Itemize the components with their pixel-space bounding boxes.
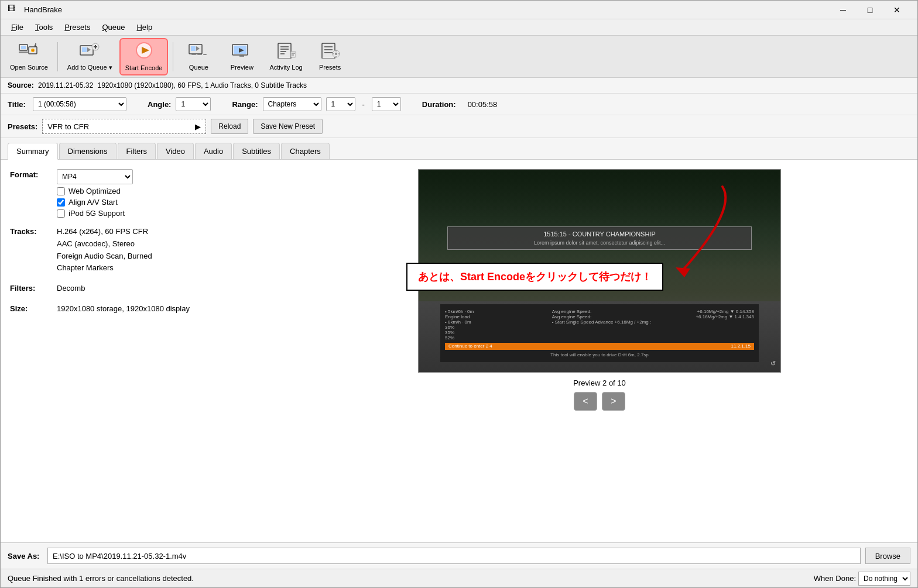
ipod-row: iPod 5G Support — [57, 209, 133, 218]
status-bar: Queue Finished with 1 errors or cancella… — [1, 569, 917, 587]
annotation-text: あとは、Start Encodeをクリックして待つだけ！ — [406, 263, 663, 291]
window-controls: ─ □ ✕ — [830, 1, 910, 19]
presets-row: Presets: VFR to CFR ▶ Reload Save New Pr… — [1, 115, 917, 138]
preview-label: Preview — [231, 64, 254, 71]
align-av-row: Align A/V Start — [57, 198, 133, 207]
chapter-start-select[interactable]: 1 — [326, 97, 355, 111]
annotation-wrapper: 1515:15 - COUNTRY CHAMPIONSHIP Lorem ips… — [418, 169, 781, 373]
toolbar-separator-1 — [57, 42, 58, 71]
preview-prev-button[interactable]: < — [574, 392, 597, 411]
web-optimized-checkbox[interactable] — [57, 187, 65, 195]
size-label: Size: — [10, 303, 57, 313]
tab-audio[interactable]: Audio — [195, 143, 232, 159]
svg-rect-21 — [203, 54, 207, 55]
add-to-queue-button[interactable]: Add to Queue ▾ — [63, 38, 117, 75]
svg-marker-18 — [196, 46, 200, 51]
preset-dropdown[interactable]: VFR to CFR ▶ — [42, 119, 206, 134]
open-source-label: Open Source — [10, 64, 48, 71]
format-select[interactable]: MP4 — [57, 169, 133, 184]
track-line-4: Chapter Markers — [57, 262, 152, 274]
track-line-1: H.264 (x264), 60 FPS CFR — [57, 226, 152, 238]
queue-icon — [188, 42, 209, 63]
save-new-preset-button[interactable]: Save New Preset — [253, 119, 323, 134]
save-as-input[interactable] — [47, 548, 861, 564]
tab-video[interactable]: Video — [157, 143, 194, 159]
close-button[interactable]: ✕ — [883, 1, 910, 19]
svg-rect-31 — [291, 51, 296, 57]
align-av-label: Align A/V Start — [68, 198, 118, 207]
tracks-value: H.264 (x264), 60 FPS CFR AAC (avcodec), … — [57, 226, 152, 274]
start-encode-label: Start Encode — [125, 64, 163, 71]
presets-icon — [320, 42, 341, 63]
filters-row: Filters: Decomb — [10, 283, 279, 295]
tab-subtitles[interactable]: Subtitles — [233, 143, 280, 159]
content-wrapper: Source: 2019.11.21-05.32 1920x1080 (1920… — [1, 78, 917, 587]
svg-marker-10 — [87, 47, 91, 52]
minimize-button[interactable]: ─ — [830, 1, 857, 19]
preview-next-button[interactable]: > — [602, 392, 625, 411]
preset-arrow-icon: ▶ — [195, 122, 201, 131]
range-type-select[interactable]: Chapters — [263, 97, 321, 111]
activity-log-button[interactable]: Activity Log — [265, 38, 307, 75]
ipod-checkbox[interactable] — [57, 209, 65, 218]
presets-toolbar-button[interactable]: Presets — [310, 38, 351, 75]
menu-queue[interactable]: Queue — [96, 20, 131, 34]
angle-select[interactable]: 1 — [176, 97, 211, 111]
open-source-button[interactable]: Open Source — [5, 38, 53, 75]
title-controls-row: Title: 1 (00:05:58) Angle: 1 Range: Chap… — [1, 94, 917, 115]
maximize-button[interactable]: □ — [857, 1, 883, 19]
size-row: Size: 1920x1080 storage, 1920x1080 displ… — [10, 303, 279, 315]
main-content-area: Format: MP4 Web Optimized — [1, 160, 917, 542]
range-dash: - — [362, 100, 365, 109]
app-title: HandBrake — [24, 5, 830, 14]
web-optimized-row: Web Optimized — [57, 187, 133, 195]
ipod-label: iPod 5G Support — [68, 209, 125, 218]
preview-text: Preview 2 of 10 — [573, 379, 626, 387]
track-line-2: AAC (avcodec), Stereo — [57, 238, 152, 250]
reload-button[interactable]: Reload — [211, 119, 248, 134]
menu-help[interactable]: Help — [131, 20, 158, 34]
save-as-row: Save As: Browse — [1, 542, 917, 569]
source-info: Source: 2019.11.21-05.32 1920x1080 (1920… — [1, 78, 917, 94]
svg-rect-17 — [191, 46, 196, 51]
tab-chapters[interactable]: Chapters — [281, 143, 330, 159]
browse-button[interactable]: Browse — [865, 548, 910, 564]
status-text: Queue Finished with 1 errors or cancella… — [8, 574, 194, 583]
svg-rect-9 — [82, 47, 87, 52]
when-done-container: When Done: Do nothing — [814, 572, 910, 586]
source-value: 2019.11.21-05.32 — [38, 81, 93, 90]
menu-tools[interactable]: Tools — [29, 20, 59, 34]
menu-bar: File Tools Presets Queue Help — [1, 19, 917, 36]
chapter-end-select[interactable]: 1 — [372, 97, 401, 111]
align-av-checkbox[interactable] — [57, 198, 65, 207]
menu-file[interactable]: File — [5, 20, 29, 34]
title-label: Title: — [8, 100, 28, 109]
web-optimized-label: Web Optimized — [68, 187, 121, 195]
menu-presets[interactable]: Presets — [59, 20, 96, 34]
track-line-3: Foreign Audio Scan, Burned — [57, 250, 152, 263]
add-to-queue-icon — [79, 42, 100, 63]
preset-value: VFR to CFR — [47, 122, 89, 131]
filters-label: Filters: — [10, 283, 57, 293]
svg-rect-5 — [19, 51, 28, 53]
presets-label: Presets — [319, 64, 341, 71]
when-done-label: When Done: — [814, 574, 856, 583]
tab-filters[interactable]: Filters — [118, 143, 156, 159]
tabs-container: Summary Dimensions Filters Video Audio S… — [1, 138, 917, 160]
preview-button[interactable]: Preview — [221, 38, 262, 75]
tab-summary[interactable]: Summary — [8, 143, 58, 160]
queue-label: Queue — [189, 64, 208, 71]
queue-button[interactable]: Queue — [178, 38, 219, 75]
tab-dimensions[interactable]: Dimensions — [59, 143, 117, 159]
tracks-row: Tracks: H.264 (x264), 60 FPS CFR AAC (av… — [10, 226, 279, 274]
svg-rect-1 — [21, 46, 26, 49]
start-encode-button[interactable]: Start Encode — [119, 38, 169, 75]
format-label: Format: — [10, 169, 57, 179]
title-select[interactable]: 1 (00:05:58) — [33, 97, 126, 111]
save-as-label: Save As: — [8, 552, 43, 561]
open-source-icon — [18, 42, 39, 63]
when-done-select[interactable]: Do nothing — [858, 572, 910, 586]
svg-point-39 — [335, 53, 337, 55]
format-row: Format: MP4 Web Optimized — [10, 169, 279, 218]
duration-value: 00:05:58 — [468, 100, 498, 109]
